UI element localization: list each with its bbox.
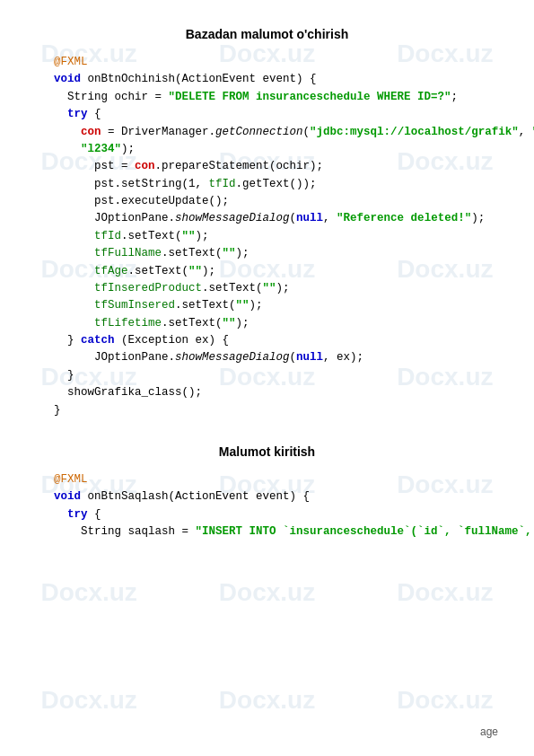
code-line: try { xyxy=(54,506,480,523)
code-line: @FXML xyxy=(54,471,480,488)
code-line: tfFullName.setText(""); xyxy=(54,245,480,262)
watermark-logo: Docx.uz xyxy=(0,578,178,607)
page-label: age xyxy=(480,725,498,738)
code-line: pst.setString(1, tfId.getText()); xyxy=(54,176,480,193)
page-footer: age xyxy=(480,725,498,738)
section2-title: Malumot kiritish xyxy=(54,444,480,459)
watermark-logo: Docx.uz xyxy=(356,686,534,715)
code-line: void onBtnOchinish(ActionEvent event) { xyxy=(54,71,480,88)
code-line: } xyxy=(54,402,480,419)
code-line: String ochir = "DELETE FROM insurancesch… xyxy=(54,89,480,106)
section1-title: Bazadan malumot o'chirish xyxy=(54,27,480,41)
code-line: String saqlash = "INSERT INTO `insurance… xyxy=(54,523,480,541)
spacer1 xyxy=(54,419,480,435)
code-line: void onBtnSaqlash(ActionEvent event) { xyxy=(54,488,480,505)
section1-code: @FXML void onBtnOchinish(ActionEvent eve… xyxy=(54,54,480,419)
watermark-logo: Docx.uz xyxy=(178,686,355,715)
code-line: tfId.setText(""); xyxy=(54,228,480,245)
code-line: try { xyxy=(54,106,480,123)
code-line: } catch (Exception ex) { xyxy=(54,332,480,349)
code-line: @FXML xyxy=(54,54,480,71)
code-line: JOptionPane.showMessageDialog(null, "Ref… xyxy=(54,210,480,227)
code-line: tfLifetime.setText(""); xyxy=(54,315,480,332)
code-line: tfInseredProduct.setText(""); xyxy=(54,280,480,297)
code-line: con = DriverManager.getConnection("jdbc:… xyxy=(54,124,480,141)
section2-code: @FXML void onBtnSaqlash(ActionEvent even… xyxy=(54,471,480,541)
code-line: showGrafika_class(); xyxy=(54,384,480,401)
watermark-logo: Docx.uz xyxy=(0,686,178,715)
code-line: } xyxy=(54,367,480,384)
watermark-logo: Docx.uz xyxy=(178,578,355,607)
code-line: tfSumInsered.setText(""); xyxy=(54,297,480,314)
code-line: pst.executeUpdate(); xyxy=(54,193,480,210)
code-line: JOptionPane.showMessageDialog(null, ex); xyxy=(54,349,480,366)
page-content: Bazadan malumot o'chirish @FXML void onB… xyxy=(0,0,534,558)
code-line: pst = con.prepareStatement(ochir); xyxy=(54,158,480,175)
code-line: "l234"); xyxy=(54,141,480,158)
code-line: tfAge.setText(""); xyxy=(54,263,480,280)
watermark-logo: Docx.uz xyxy=(356,578,534,607)
